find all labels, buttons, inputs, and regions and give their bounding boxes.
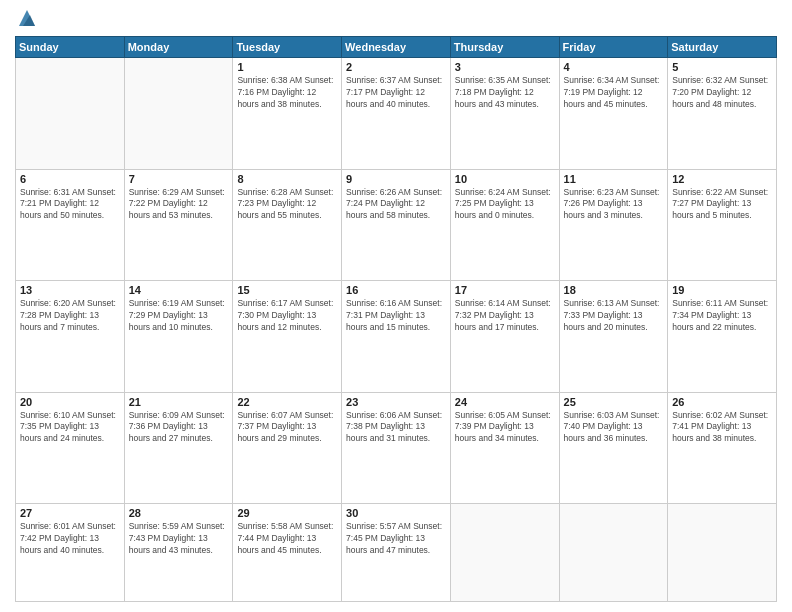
day-detail: Sunrise: 6:16 AM Sunset: 7:31 PM Dayligh…	[346, 298, 446, 334]
day-number: 18	[564, 284, 664, 296]
day-detail: Sunrise: 6:07 AM Sunset: 7:37 PM Dayligh…	[237, 410, 337, 446]
day-detail: Sunrise: 6:03 AM Sunset: 7:40 PM Dayligh…	[564, 410, 664, 446]
day-detail: Sunrise: 6:11 AM Sunset: 7:34 PM Dayligh…	[672, 298, 772, 334]
header	[15, 10, 777, 28]
table-row: 15Sunrise: 6:17 AM Sunset: 7:30 PM Dayli…	[233, 281, 342, 393]
day-number: 4	[564, 61, 664, 73]
calendar-table: Sunday Monday Tuesday Wednesday Thursday…	[15, 36, 777, 602]
col-tuesday: Tuesday	[233, 37, 342, 58]
day-number: 29	[237, 507, 337, 519]
col-sunday: Sunday	[16, 37, 125, 58]
table-row: 26Sunrise: 6:02 AM Sunset: 7:41 PM Dayli…	[668, 392, 777, 504]
day-number: 19	[672, 284, 772, 296]
table-row	[559, 504, 668, 602]
day-number: 25	[564, 396, 664, 408]
table-row: 9Sunrise: 6:26 AM Sunset: 7:24 PM Daylig…	[342, 169, 451, 281]
day-number: 21	[129, 396, 229, 408]
day-number: 11	[564, 173, 664, 185]
table-row: 6Sunrise: 6:31 AM Sunset: 7:21 PM Daylig…	[16, 169, 125, 281]
day-number: 7	[129, 173, 229, 185]
col-friday: Friday	[559, 37, 668, 58]
day-number: 2	[346, 61, 446, 73]
table-row: 28Sunrise: 5:59 AM Sunset: 7:43 PM Dayli…	[124, 504, 233, 602]
table-row: 5Sunrise: 6:32 AM Sunset: 7:20 PM Daylig…	[668, 58, 777, 170]
day-detail: Sunrise: 6:17 AM Sunset: 7:30 PM Dayligh…	[237, 298, 337, 334]
table-row: 22Sunrise: 6:07 AM Sunset: 7:37 PM Dayli…	[233, 392, 342, 504]
day-detail: Sunrise: 6:05 AM Sunset: 7:39 PM Dayligh…	[455, 410, 555, 446]
day-number: 3	[455, 61, 555, 73]
col-saturday: Saturday	[668, 37, 777, 58]
page: Sunday Monday Tuesday Wednesday Thursday…	[0, 0, 792, 612]
day-detail: Sunrise: 6:35 AM Sunset: 7:18 PM Dayligh…	[455, 75, 555, 111]
day-detail: Sunrise: 6:29 AM Sunset: 7:22 PM Dayligh…	[129, 187, 229, 223]
day-number: 16	[346, 284, 446, 296]
day-number: 26	[672, 396, 772, 408]
day-detail: Sunrise: 6:06 AM Sunset: 7:38 PM Dayligh…	[346, 410, 446, 446]
table-row: 25Sunrise: 6:03 AM Sunset: 7:40 PM Dayli…	[559, 392, 668, 504]
day-number: 15	[237, 284, 337, 296]
day-number: 1	[237, 61, 337, 73]
day-number: 28	[129, 507, 229, 519]
logo-icon	[17, 8, 37, 28]
table-row: 1Sunrise: 6:38 AM Sunset: 7:16 PM Daylig…	[233, 58, 342, 170]
table-row	[124, 58, 233, 170]
day-detail: Sunrise: 6:10 AM Sunset: 7:35 PM Dayligh…	[20, 410, 120, 446]
day-number: 17	[455, 284, 555, 296]
day-number: 6	[20, 173, 120, 185]
day-number: 10	[455, 173, 555, 185]
col-monday: Monday	[124, 37, 233, 58]
day-number: 12	[672, 173, 772, 185]
day-detail: Sunrise: 6:37 AM Sunset: 7:17 PM Dayligh…	[346, 75, 446, 111]
day-number: 22	[237, 396, 337, 408]
day-detail: Sunrise: 6:32 AM Sunset: 7:20 PM Dayligh…	[672, 75, 772, 111]
day-detail: Sunrise: 6:28 AM Sunset: 7:23 PM Dayligh…	[237, 187, 337, 223]
table-row: 23Sunrise: 6:06 AM Sunset: 7:38 PM Dayli…	[342, 392, 451, 504]
day-detail: Sunrise: 6:20 AM Sunset: 7:28 PM Dayligh…	[20, 298, 120, 334]
day-number: 8	[237, 173, 337, 185]
table-row: 19Sunrise: 6:11 AM Sunset: 7:34 PM Dayli…	[668, 281, 777, 393]
day-detail: Sunrise: 6:24 AM Sunset: 7:25 PM Dayligh…	[455, 187, 555, 223]
day-number: 14	[129, 284, 229, 296]
day-detail: Sunrise: 6:22 AM Sunset: 7:27 PM Dayligh…	[672, 187, 772, 223]
table-row: 16Sunrise: 6:16 AM Sunset: 7:31 PM Dayli…	[342, 281, 451, 393]
day-detail: Sunrise: 6:02 AM Sunset: 7:41 PM Dayligh…	[672, 410, 772, 446]
day-detail: Sunrise: 6:19 AM Sunset: 7:29 PM Dayligh…	[129, 298, 229, 334]
table-row: 17Sunrise: 6:14 AM Sunset: 7:32 PM Dayli…	[450, 281, 559, 393]
day-detail: Sunrise: 6:34 AM Sunset: 7:19 PM Dayligh…	[564, 75, 664, 111]
day-detail: Sunrise: 5:58 AM Sunset: 7:44 PM Dayligh…	[237, 521, 337, 557]
day-number: 27	[20, 507, 120, 519]
day-detail: Sunrise: 6:23 AM Sunset: 7:26 PM Dayligh…	[564, 187, 664, 223]
table-row: 20Sunrise: 6:10 AM Sunset: 7:35 PM Dayli…	[16, 392, 125, 504]
table-row: 18Sunrise: 6:13 AM Sunset: 7:33 PM Dayli…	[559, 281, 668, 393]
day-number: 5	[672, 61, 772, 73]
table-row: 4Sunrise: 6:34 AM Sunset: 7:19 PM Daylig…	[559, 58, 668, 170]
table-row: 27Sunrise: 6:01 AM Sunset: 7:42 PM Dayli…	[16, 504, 125, 602]
table-row: 11Sunrise: 6:23 AM Sunset: 7:26 PM Dayli…	[559, 169, 668, 281]
table-row	[668, 504, 777, 602]
day-detail: Sunrise: 5:59 AM Sunset: 7:43 PM Dayligh…	[129, 521, 229, 557]
day-detail: Sunrise: 6:13 AM Sunset: 7:33 PM Dayligh…	[564, 298, 664, 334]
table-row: 21Sunrise: 6:09 AM Sunset: 7:36 PM Dayli…	[124, 392, 233, 504]
col-thursday: Thursday	[450, 37, 559, 58]
table-row: 29Sunrise: 5:58 AM Sunset: 7:44 PM Dayli…	[233, 504, 342, 602]
table-row: 8Sunrise: 6:28 AM Sunset: 7:23 PM Daylig…	[233, 169, 342, 281]
table-row: 7Sunrise: 6:29 AM Sunset: 7:22 PM Daylig…	[124, 169, 233, 281]
day-number: 24	[455, 396, 555, 408]
table-row: 3Sunrise: 6:35 AM Sunset: 7:18 PM Daylig…	[450, 58, 559, 170]
table-row: 12Sunrise: 6:22 AM Sunset: 7:27 PM Dayli…	[668, 169, 777, 281]
day-number: 13	[20, 284, 120, 296]
day-number: 20	[20, 396, 120, 408]
table-row	[450, 504, 559, 602]
table-row	[16, 58, 125, 170]
day-number: 9	[346, 173, 446, 185]
day-number: 30	[346, 507, 446, 519]
day-detail: Sunrise: 5:57 AM Sunset: 7:45 PM Dayligh…	[346, 521, 446, 557]
table-row: 24Sunrise: 6:05 AM Sunset: 7:39 PM Dayli…	[450, 392, 559, 504]
table-row: 10Sunrise: 6:24 AM Sunset: 7:25 PM Dayli…	[450, 169, 559, 281]
day-detail: Sunrise: 6:31 AM Sunset: 7:21 PM Dayligh…	[20, 187, 120, 223]
day-detail: Sunrise: 6:14 AM Sunset: 7:32 PM Dayligh…	[455, 298, 555, 334]
col-wednesday: Wednesday	[342, 37, 451, 58]
day-detail: Sunrise: 6:01 AM Sunset: 7:42 PM Dayligh…	[20, 521, 120, 557]
table-row: 14Sunrise: 6:19 AM Sunset: 7:29 PM Dayli…	[124, 281, 233, 393]
day-detail: Sunrise: 6:09 AM Sunset: 7:36 PM Dayligh…	[129, 410, 229, 446]
